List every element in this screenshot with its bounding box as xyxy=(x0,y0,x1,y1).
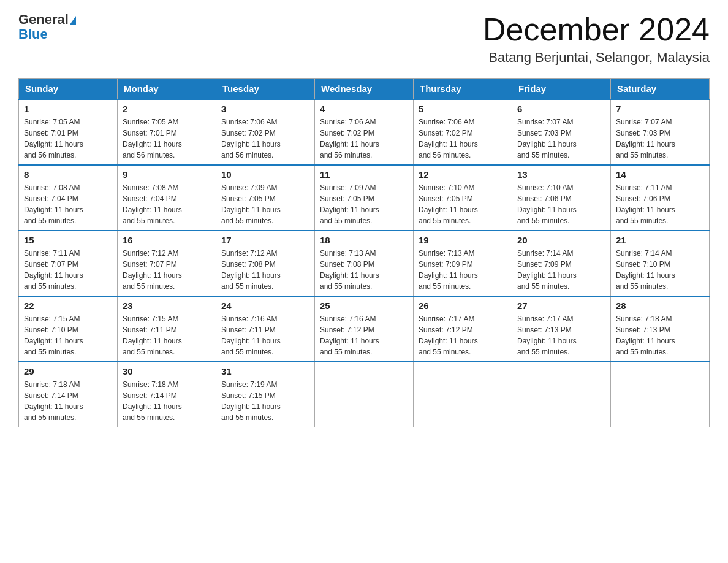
calendar-day-cell xyxy=(315,362,414,427)
calendar-day-cell: 3 Sunrise: 7:06 AMSunset: 7:02 PMDayligh… xyxy=(216,99,315,165)
day-number: 31 xyxy=(221,366,309,377)
day-info: Sunrise: 7:05 AMSunset: 7:01 PMDaylight:… xyxy=(24,118,83,159)
calendar-header-row: Sunday Monday Tuesday Wednesday Thursday… xyxy=(19,79,710,100)
day-number: 1 xyxy=(24,104,112,114)
calendar-day-cell: 22 Sunrise: 7:15 AMSunset: 7:10 PMDaylig… xyxy=(19,296,118,362)
day-info: Sunrise: 7:11 AMSunset: 7:07 PMDaylight:… xyxy=(24,249,83,291)
day-number: 23 xyxy=(123,301,211,311)
day-number: 19 xyxy=(419,235,507,245)
day-info: Sunrise: 7:14 AMSunset: 7:09 PMDaylight:… xyxy=(517,249,577,291)
day-info: Sunrise: 7:15 AMSunset: 7:10 PMDaylight:… xyxy=(24,315,83,356)
day-info: Sunrise: 7:08 AMSunset: 7:04 PMDaylight:… xyxy=(123,183,182,225)
calendar-day-cell: 29 Sunrise: 7:18 AMSunset: 7:14 PMDaylig… xyxy=(19,362,118,427)
day-info: Sunrise: 7:10 AMSunset: 7:05 PMDaylight:… xyxy=(419,183,478,225)
day-number: 13 xyxy=(517,169,605,180)
day-number: 11 xyxy=(320,169,408,180)
calendar-week-row: 8 Sunrise: 7:08 AMSunset: 7:04 PMDayligh… xyxy=(19,165,710,231)
calendar-day-cell: 20 Sunrise: 7:14 AMSunset: 7:09 PMDaylig… xyxy=(512,231,611,296)
day-info: Sunrise: 7:18 AMSunset: 7:14 PMDaylight:… xyxy=(24,380,83,422)
calendar-day-cell: 8 Sunrise: 7:08 AMSunset: 7:04 PMDayligh… xyxy=(19,165,118,231)
calendar-day-cell: 16 Sunrise: 7:12 AMSunset: 7:07 PMDaylig… xyxy=(118,231,216,296)
day-info: Sunrise: 7:06 AMSunset: 7:02 PMDaylight:… xyxy=(419,118,478,159)
day-number: 3 xyxy=(221,104,309,114)
day-info: Sunrise: 7:15 AMSunset: 7:11 PMDaylight:… xyxy=(123,315,182,356)
header-saturday: Saturday xyxy=(611,79,710,100)
day-info: Sunrise: 7:12 AMSunset: 7:07 PMDaylight:… xyxy=(123,249,182,291)
header-friday: Friday xyxy=(512,79,611,100)
day-info: Sunrise: 7:17 AMSunset: 7:13 PMDaylight:… xyxy=(517,315,577,356)
calendar-day-cell: 25 Sunrise: 7:16 AMSunset: 7:12 PMDaylig… xyxy=(315,296,414,362)
day-number: 29 xyxy=(24,366,112,377)
day-info: Sunrise: 7:16 AMSunset: 7:12 PMDaylight:… xyxy=(320,315,379,356)
day-info: Sunrise: 7:18 AMSunset: 7:13 PMDaylight:… xyxy=(616,315,675,356)
logo: General Blue xyxy=(18,12,76,42)
day-info: Sunrise: 7:19 AMSunset: 7:15 PMDaylight:… xyxy=(221,380,281,422)
day-number: 15 xyxy=(24,235,112,245)
calendar-day-cell xyxy=(414,362,512,427)
calendar-day-cell: 6 Sunrise: 7:07 AMSunset: 7:03 PMDayligh… xyxy=(512,99,611,165)
calendar-day-cell: 17 Sunrise: 7:12 AMSunset: 7:08 PMDaylig… xyxy=(216,231,315,296)
calendar-day-cell: 19 Sunrise: 7:13 AMSunset: 7:09 PMDaylig… xyxy=(414,231,512,296)
calendar-day-cell: 31 Sunrise: 7:19 AMSunset: 7:15 PMDaylig… xyxy=(216,362,315,427)
calendar-day-cell: 1 Sunrise: 7:05 AMSunset: 7:01 PMDayligh… xyxy=(19,99,118,165)
day-number: 20 xyxy=(517,235,605,245)
calendar-day-cell: 24 Sunrise: 7:16 AMSunset: 7:11 PMDaylig… xyxy=(216,296,315,362)
page-header: General Blue December 2024 Batang Berjun… xyxy=(18,12,710,66)
day-number: 14 xyxy=(616,169,704,180)
day-info: Sunrise: 7:08 AMSunset: 7:04 PMDaylight:… xyxy=(24,183,83,225)
day-info: Sunrise: 7:07 AMSunset: 7:03 PMDaylight:… xyxy=(517,118,577,159)
calendar-day-cell: 2 Sunrise: 7:05 AMSunset: 7:01 PMDayligh… xyxy=(118,99,216,165)
day-number: 18 xyxy=(320,235,408,245)
calendar-day-cell: 13 Sunrise: 7:10 AMSunset: 7:06 PMDaylig… xyxy=(512,165,611,231)
calendar-day-cell: 5 Sunrise: 7:06 AMSunset: 7:02 PMDayligh… xyxy=(414,99,512,165)
calendar-day-cell: 12 Sunrise: 7:10 AMSunset: 7:05 PMDaylig… xyxy=(414,165,512,231)
calendar-day-cell: 4 Sunrise: 7:06 AMSunset: 7:02 PMDayligh… xyxy=(315,99,414,165)
day-number: 6 xyxy=(517,104,605,114)
day-number: 4 xyxy=(320,104,408,114)
calendar-day-cell: 21 Sunrise: 7:14 AMSunset: 7:10 PMDaylig… xyxy=(611,231,710,296)
month-title: December 2024 xyxy=(483,12,710,47)
day-info: Sunrise: 7:06 AMSunset: 7:02 PMDaylight:… xyxy=(320,118,379,159)
day-number: 12 xyxy=(419,169,507,180)
day-info: Sunrise: 7:06 AMSunset: 7:02 PMDaylight:… xyxy=(221,118,281,159)
calendar-day-cell: 10 Sunrise: 7:09 AMSunset: 7:05 PMDaylig… xyxy=(216,165,315,231)
day-number: 26 xyxy=(419,301,507,311)
day-info: Sunrise: 7:12 AMSunset: 7:08 PMDaylight:… xyxy=(221,249,281,291)
title-block: December 2024 Batang Berjuntai, Selangor… xyxy=(483,12,710,66)
day-number: 21 xyxy=(616,235,704,245)
day-info: Sunrise: 7:17 AMSunset: 7:12 PMDaylight:… xyxy=(419,315,478,356)
header-sunday: Sunday xyxy=(19,79,118,100)
day-number: 17 xyxy=(221,235,309,245)
day-info: Sunrise: 7:13 AMSunset: 7:08 PMDaylight:… xyxy=(320,249,379,291)
day-number: 8 xyxy=(24,169,112,180)
day-info: Sunrise: 7:18 AMSunset: 7:14 PMDaylight:… xyxy=(123,380,182,422)
day-info: Sunrise: 7:07 AMSunset: 7:03 PMDaylight:… xyxy=(616,118,675,159)
day-info: Sunrise: 7:10 AMSunset: 7:06 PMDaylight:… xyxy=(517,183,577,225)
calendar-day-cell: 28 Sunrise: 7:18 AMSunset: 7:13 PMDaylig… xyxy=(611,296,710,362)
calendar-week-row: 22 Sunrise: 7:15 AMSunset: 7:10 PMDaylig… xyxy=(19,296,710,362)
day-number: 28 xyxy=(616,301,704,311)
calendar-day-cell xyxy=(512,362,611,427)
calendar-day-cell: 23 Sunrise: 7:15 AMSunset: 7:11 PMDaylig… xyxy=(118,296,216,362)
calendar-day-cell xyxy=(611,362,710,427)
day-info: Sunrise: 7:09 AMSunset: 7:05 PMDaylight:… xyxy=(221,183,281,225)
location-title: Batang Berjuntai, Selangor, Malaysia xyxy=(483,50,710,66)
logo-triangle-icon xyxy=(70,16,76,25)
day-info: Sunrise: 7:05 AMSunset: 7:01 PMDaylight:… xyxy=(123,118,182,159)
calendar-day-cell: 7 Sunrise: 7:07 AMSunset: 7:03 PMDayligh… xyxy=(611,99,710,165)
day-number: 16 xyxy=(123,235,211,245)
day-info: Sunrise: 7:14 AMSunset: 7:10 PMDaylight:… xyxy=(616,249,675,291)
day-number: 30 xyxy=(123,366,211,377)
day-info: Sunrise: 7:11 AMSunset: 7:06 PMDaylight:… xyxy=(616,183,675,225)
calendar-week-row: 1 Sunrise: 7:05 AMSunset: 7:01 PMDayligh… xyxy=(19,99,710,165)
header-thursday: Thursday xyxy=(414,79,512,100)
calendar-day-cell: 18 Sunrise: 7:13 AMSunset: 7:08 PMDaylig… xyxy=(315,231,414,296)
calendar-day-cell: 27 Sunrise: 7:17 AMSunset: 7:13 PMDaylig… xyxy=(512,296,611,362)
day-info: Sunrise: 7:13 AMSunset: 7:09 PMDaylight:… xyxy=(419,249,478,291)
header-wednesday: Wednesday xyxy=(315,79,414,100)
calendar-day-cell: 11 Sunrise: 7:09 AMSunset: 7:05 PMDaylig… xyxy=(315,165,414,231)
day-number: 7 xyxy=(616,104,704,114)
calendar-table: Sunday Monday Tuesday Wednesday Thursday… xyxy=(18,78,710,427)
day-number: 9 xyxy=(123,169,211,180)
logo-general-text: General xyxy=(18,12,69,27)
